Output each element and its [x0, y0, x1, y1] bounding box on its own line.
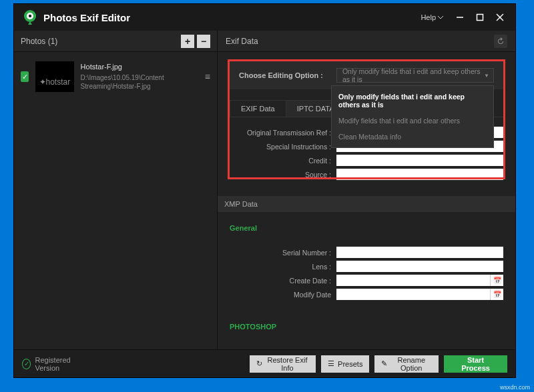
- xmp-section-header: XMP Data: [218, 196, 515, 212]
- dropdown-option[interactable]: Modify fields that i edit and clear othe…: [332, 113, 493, 129]
- check-circle-icon: ✓: [22, 359, 31, 369]
- rename-option-button[interactable]: ✎ Rename Option: [374, 355, 439, 373]
- serial-number-input[interactable]: [336, 247, 503, 258]
- maximize-button[interactable]: [470, 7, 490, 27]
- photoshop-subhead: PHOTOSHOP: [230, 313, 503, 336]
- calendar-icon[interactable]: 📅: [490, 275, 503, 286]
- dropdown-option[interactable]: Only modify fields that i edit and keep …: [332, 89, 493, 113]
- chevron-down-icon: [438, 16, 443, 19]
- svg-rect-4: [477, 15, 483, 21]
- help-menu[interactable]: Help: [421, 13, 443, 21]
- app-window: Photos Exif Editor Help Photos (1) + − ✦…: [13, 3, 516, 378]
- calendar-icon[interactable]: 📅: [490, 289, 503, 300]
- photo-list-item[interactable]: ✦hotstar Hotstar-F.jpg D:\Images\10.05.1…: [14, 52, 217, 101]
- field-input[interactable]: [336, 169, 503, 180]
- item-menu-icon[interactable]: ≡: [205, 71, 210, 82]
- refresh-icon: [497, 37, 505, 45]
- svg-point-2: [29, 15, 31, 17]
- chevron-down-icon: ▼: [484, 73, 489, 79]
- pencil-icon: ✎: [381, 359, 387, 368]
- general-fields: Serial Number : Lens : Create Date :📅 Mo…: [230, 237, 503, 313]
- app-logo-icon: [22, 9, 38, 25]
- restore-exif-button[interactable]: ↻ Restore Exif Info: [250, 355, 316, 373]
- lens-input[interactable]: [336, 261, 503, 272]
- minimize-button[interactable]: [450, 7, 470, 27]
- photo-filename: Hotstar-F.jpg: [81, 63, 198, 71]
- registered-badge: ✓ Registered Version: [22, 356, 86, 372]
- watermark: wsxdn.com: [500, 384, 530, 391]
- photo-path: D:\Images\10.05.19\Content Streaming\Hot…: [81, 73, 198, 91]
- sliders-icon: ☰: [328, 359, 334, 368]
- sidebar-header: Photos (1) + −: [14, 31, 217, 52]
- footer: ✓ Registered Version ↻ Restore Exif Info…: [14, 349, 515, 377]
- field-label: Source :: [230, 171, 336, 179]
- sidebar: Photos (1) + − ✦hotstar Hotstar-F.jpg D:…: [14, 31, 218, 349]
- field-label: Credit :: [230, 157, 336, 165]
- dropdown-option[interactable]: Clean Metadata info: [332, 129, 493, 145]
- editing-option-dropdown: Only modify fields that i edit and keep …: [331, 85, 494, 148]
- option-label: Choose Editing Option :: [239, 71, 323, 79]
- main-header: Exif Data: [218, 31, 515, 52]
- app-title: Photos Exif Editor: [43, 12, 421, 23]
- field-label: Serial Number :: [230, 249, 336, 257]
- photos-count-label: Photos (1): [21, 37, 178, 46]
- remove-photo-button[interactable]: −: [197, 35, 210, 48]
- titlebar: Photos Exif Editor Help: [14, 4, 515, 31]
- close-button[interactable]: [490, 7, 510, 27]
- field-label: Original Transmission Ref :: [230, 129, 336, 137]
- field-input[interactable]: [336, 155, 503, 166]
- photo-thumbnail: ✦hotstar: [35, 61, 74, 92]
- checkbox-icon[interactable]: [21, 71, 29, 82]
- field-label: Modify Date: [230, 291, 336, 299]
- editing-option-row: Choose Editing Option : Only modify fiel…: [230, 61, 503, 89]
- field-label: Create Date :: [230, 277, 336, 285]
- general-subhead: General: [230, 215, 503, 237]
- editing-option-select[interactable]: Only modify fields that i edit and keep …: [336, 68, 494, 83]
- tab-exif[interactable]: EXIF Data: [230, 100, 286, 117]
- restore-icon: ↻: [256, 359, 262, 368]
- refresh-button[interactable]: [494, 35, 507, 48]
- add-photo-button[interactable]: +: [181, 35, 194, 48]
- start-process-button[interactable]: Start Process: [444, 355, 507, 373]
- modify-date-input[interactable]: [336, 289, 490, 300]
- field-label: Lens :: [230, 263, 336, 271]
- main-panel: Exif Data Choose Editing Option : Only m…: [218, 31, 515, 349]
- field-label: Special Instructions :: [230, 143, 336, 151]
- presets-button[interactable]: ☰ Presets: [321, 355, 369, 373]
- create-date-input[interactable]: [336, 275, 490, 286]
